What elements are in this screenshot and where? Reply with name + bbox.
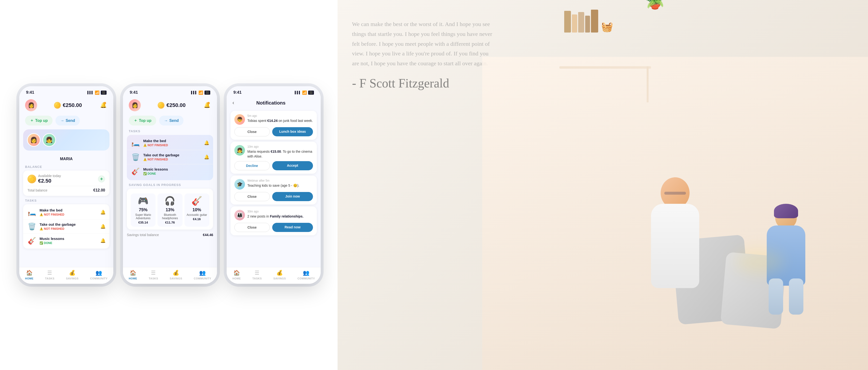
- phone1-hero-avatar1: 👩: [27, 133, 40, 147]
- notif2-decline-button[interactable]: Decline: [235, 161, 270, 170]
- scene: We can make the best or the worst of it.…: [0, 0, 868, 370]
- phone1-balance-card: 🟡 Available today €2.50 + Total balance: [23, 171, 110, 196]
- phone3-status-icons: ▌▌▌ 📶 ⬛: [294, 90, 314, 95]
- balance-coin: 🟡: [28, 175, 36, 183]
- home-icon3: 🏠: [234, 270, 240, 276]
- phone1-header: 👩 🟡 €250.00 🔔: [19, 97, 113, 114]
- task-bell-icon[interactable]: 🔔: [100, 209, 105, 215]
- phone2-tasks-label: TASKS: [123, 127, 217, 134]
- phone2-balance-display: 🟡 €250.00: [158, 102, 186, 109]
- task-bell-icon2b[interactable]: 🔔: [204, 155, 209, 160]
- task-bell-icon[interactable]: 🔔: [100, 224, 105, 229]
- notif1-lunchbox-button[interactable]: Lunch box ideas: [272, 127, 313, 136]
- savings-items: 🎮 75% Super Mario Adventures €35.14 🎧 13…: [131, 194, 209, 227]
- phone2-time: 9:41: [130, 90, 138, 95]
- phone2-bottom-nav: 🏠 HOME ☰ TASKS 💰 SAVINGS 👥 COMMUNITY: [123, 267, 217, 284]
- savings-icon2: 💰: [173, 270, 179, 276]
- nav-community[interactable]: 👥 COMMUNITY: [90, 270, 107, 280]
- phone1-hero-avatar2: 👧: [42, 133, 56, 147]
- nav3-savings[interactable]: 💰 SAVINGS: [273, 270, 286, 280]
- phone1-send-button[interactable]: → Send: [56, 115, 80, 126]
- phone2-status-icons: ▌▌▌ 📶 ⬛: [191, 90, 210, 95]
- phone1-hero-avatars: 👩 👧: [27, 133, 56, 147]
- phone1-bell[interactable]: 🔔: [99, 101, 107, 110]
- phone2-avatar: 👩: [129, 99, 141, 111]
- phone2-tasks-bg: 🛏️ Make the bed ⚠️ NOT FINISHED 🔔 🗑️ Tak…: [127, 135, 213, 180]
- notif3-joinnow-button[interactable]: Join now: [272, 192, 313, 201]
- nav2-home[interactable]: 🏠 HOME: [129, 270, 137, 280]
- task-item2-2: 🗑️ Take out the garbage ⚠️ NOT FINISHED …: [127, 150, 213, 164]
- notif4-readnow-button[interactable]: Read now: [272, 223, 313, 232]
- tasks-icon3: ☰: [255, 270, 259, 276]
- phone2-savings-section: 🎮 75% Super Mario Adventures €35.14 🎧 13…: [127, 189, 213, 230]
- phone1-actions: ＋ Top up → Send: [19, 114, 113, 127]
- home-icon2: 🏠: [130, 270, 136, 276]
- nav2-savings[interactable]: 💰 SAVINGS: [170, 270, 182, 280]
- coin-icon2: 🟡: [158, 102, 164, 109]
- phones-container: 9:41 ▌▌▌ 📶 ⬛ 👩 🟡 €250.00 🔔: [0, 86, 321, 284]
- task-bell-icon2[interactable]: 🔔: [204, 140, 209, 145]
- phone3-notch: [259, 86, 288, 92]
- phone2-actions: ＋ Top up → Send: [123, 114, 217, 127]
- community-icon2: 👥: [199, 270, 206, 276]
- phone1-balance-display: 🟡 €250.00: [54, 102, 82, 109]
- notif-card-1: 👦 5m ago Tobias spent €14.24 on junk foo…: [230, 111, 317, 140]
- phone1-tasks-label: TASKS: [19, 197, 113, 203]
- phone1: 9:41 ▌▌▌ 📶 ⬛ 👩 🟡 €250.00 🔔: [19, 86, 113, 284]
- task-bell-icon[interactable]: 🔔: [100, 238, 105, 243]
- notif3-close-button[interactable]: Close: [235, 192, 270, 201]
- notifications-scroll[interactable]: 👦 5m ago Tobias spent €14.24 on junk foo…: [227, 109, 321, 270]
- tasks-icon2: ☰: [151, 270, 156, 276]
- phone3-inner: 9:41 ▌▌▌ 📶 ⬛ ‹ Notifications: [227, 86, 321, 284]
- phone2-topup-button[interactable]: ＋ Top up: [129, 115, 156, 126]
- savings-icon: 💰: [69, 270, 75, 276]
- nav3-tasks[interactable]: ☰ TASKS: [252, 270, 262, 280]
- savings-icon3: 💰: [276, 270, 283, 276]
- nav-tasks[interactable]: ☰ TASKS: [45, 270, 55, 280]
- phone2-bell[interactable]: 🔔: [203, 101, 211, 110]
- shelf-books: 🧺: [559, 10, 651, 33]
- notif2-accept-button[interactable]: Accept: [272, 161, 313, 170]
- phone1-avatar: 👩: [25, 99, 37, 111]
- notif-buttons-1: Close Lunch box ideas: [235, 127, 313, 136]
- tasks-icon: ☰: [47, 270, 52, 276]
- nav2-community[interactable]: 👥 COMMUNITY: [194, 270, 211, 280]
- notif-avatar-1: 👦: [235, 114, 245, 125]
- phone2-send-button[interactable]: → Send: [159, 115, 184, 126]
- nav3-community[interactable]: 👥 COMMUNITY: [298, 270, 315, 280]
- nav3-home[interactable]: 🏠 HOME: [232, 270, 241, 280]
- phone1-notch: [52, 86, 81, 92]
- phone3-bottom-nav: 🏠 HOME ☰ TASKS 💰 SAVINGS 👥 COMMUNITY: [227, 267, 321, 284]
- nav-home[interactable]: 🏠 HOME: [25, 270, 33, 280]
- phone1-topup-button[interactable]: ＋ Top up: [25, 115, 53, 126]
- back-button[interactable]: ‹: [232, 100, 234, 106]
- phone1-bottom-nav: 🏠 HOME ☰ TASKS 💰 SAVINGS 👥 COMMUNITY: [19, 267, 113, 284]
- phone1-time: 9:41: [26, 90, 34, 95]
- task-item: 🗑️ Take out the garbage ⚠️ NOT FINISHED …: [23, 220, 110, 234]
- author-signature: - F Scott Fitzgerald: [352, 73, 497, 93]
- phone1-hero: 👩 👧: [23, 129, 110, 150]
- notif1-close-button[interactable]: Close: [235, 127, 270, 136]
- task-item2-3: 🎸 Music lessons ✅ DONE: [127, 164, 213, 178]
- community-icon: 👥: [95, 270, 102, 276]
- saving-item-1: 🎮 75% Super Mario Adventures €35.14: [131, 194, 156, 227]
- notif-avatar-4: 👨‍👩‍👧: [235, 210, 245, 221]
- phone3-time: 9:41: [234, 90, 242, 95]
- notif-avatar-3: 🎓: [235, 179, 245, 190]
- phone2-header: 👩 🟡 €250.00 🔔: [123, 97, 217, 114]
- quote-text: We can make the best or the worst of it.…: [352, 19, 497, 68]
- phone1-child-section: MARIA: [19, 153, 113, 163]
- phone3-header: ‹ Notifications: [227, 97, 321, 109]
- phone1-inner: 9:41 ▌▌▌ 📶 ⬛ 👩 🟡 €250.00 🔔: [19, 86, 113, 284]
- nav2-tasks[interactable]: ☰ TASKS: [149, 270, 158, 280]
- balance-plus-btn[interactable]: +: [98, 175, 105, 182]
- notif-avatar-2: 👧: [235, 145, 245, 156]
- notif-card-3: 🎓 Webinar after 5m Teaching kids to save…: [230, 176, 317, 204]
- notif-buttons-2: Decline Accept: [235, 161, 313, 170]
- home-icon: 🏠: [26, 270, 33, 276]
- notif4-close-button[interactable]: Close: [235, 223, 270, 232]
- phone2-savings-label: SAVING GOALS IN PROGRESS: [123, 181, 217, 188]
- nav-savings[interactable]: 💰 SAVINGS: [66, 270, 79, 280]
- notif-card-2: 👧 10m ago Maria requests €15.00. To go t…: [230, 142, 317, 174]
- background-area: We can make the best or the worst of it.…: [338, 0, 868, 370]
